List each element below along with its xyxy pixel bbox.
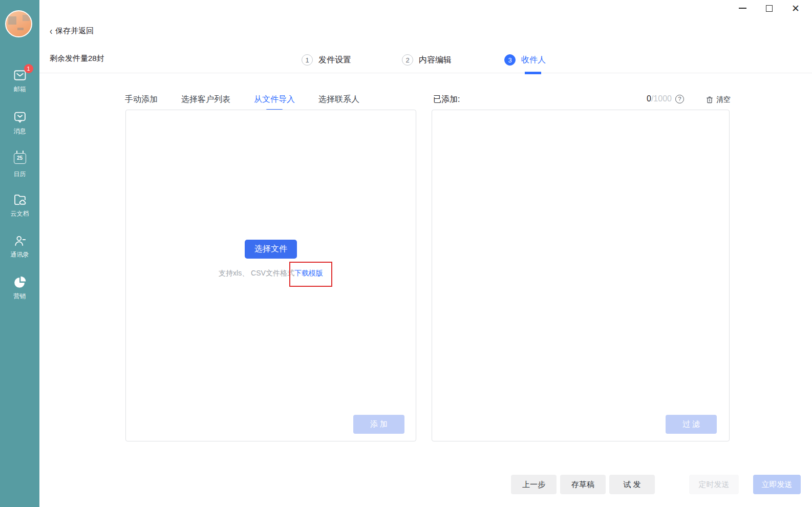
sidebar-item-label: 通讯录 xyxy=(0,250,39,259)
choose-file-button[interactable]: 选择文件 xyxy=(245,240,297,259)
tab-contacts[interactable]: 选择联系人 xyxy=(318,94,359,109)
added-count: 0/1000 ? xyxy=(647,94,684,103)
header-divider xyxy=(39,73,812,73)
maximize-button[interactable] xyxy=(756,0,782,16)
step-3-recipients[interactable]: 3 收件人 xyxy=(504,54,546,66)
chevron-left-icon: ‹ xyxy=(50,25,52,37)
add-button[interactable]: 添 加 xyxy=(353,415,404,434)
help-icon[interactable]: ? xyxy=(675,95,684,103)
sidebar-item-messages[interactable]: 消息 xyxy=(0,110,39,136)
cloud-doc-icon xyxy=(13,193,27,207)
step-number: 3 xyxy=(504,54,516,66)
download-template-link[interactable]: 下载模版 xyxy=(294,269,323,277)
file-format-hint: 支持xls、 CSV文件格式 xyxy=(219,269,294,277)
remaining-quota-text: 剩余发件量28封 xyxy=(50,54,104,64)
step-2-content-edit[interactable]: 2 内容编辑 xyxy=(402,54,452,66)
sidebar-item-marketing[interactable]: 营销 xyxy=(0,275,39,301)
tab-manual-add[interactable]: 手动添加 xyxy=(125,94,158,109)
tab-file-import[interactable]: 从文件导入 xyxy=(254,94,295,109)
send-now-button[interactable]: 立即发送 xyxy=(753,475,801,494)
pie-chart-icon xyxy=(13,275,27,289)
window-controls: ✕ xyxy=(729,0,809,16)
clear-button[interactable]: 清空 xyxy=(706,95,731,104)
calendar-icon: 25 xyxy=(13,153,27,167)
step-label: 发件设置 xyxy=(318,55,351,66)
step-label: 内容编辑 xyxy=(419,55,452,66)
previous-step-button[interactable]: 上一步 xyxy=(511,475,557,494)
close-button[interactable]: ✕ xyxy=(782,0,809,16)
clear-label: 清空 xyxy=(716,95,731,104)
added-recipients-panel xyxy=(432,110,730,441)
added-count-limit: /1000 xyxy=(651,94,672,103)
filter-button[interactable]: 过 滤 xyxy=(666,415,717,434)
close-icon: ✕ xyxy=(792,4,800,13)
sidebar-item-label: 日历 xyxy=(0,170,39,179)
unread-badge: 1 xyxy=(24,64,33,73)
mail-icon: 1 xyxy=(13,68,27,82)
added-title: 已添加: xyxy=(433,94,460,105)
step-number: 1 xyxy=(302,54,313,66)
app-window: 1 邮箱 消息 25 日历 云文档 xyxy=(0,0,812,507)
back-link[interactable]: ‹ 保存并返回 xyxy=(50,26,94,36)
chat-icon xyxy=(13,110,27,124)
tab-customer-list[interactable]: 选择客户列表 xyxy=(181,94,230,109)
recipient-tabs: 手动添加 选择客户列表 从文件导入 选择联系人 xyxy=(125,94,359,109)
trash-icon xyxy=(706,96,714,104)
back-label: 保存并返回 xyxy=(55,26,94,36)
sidebar-item-label: 邮箱 xyxy=(0,85,39,94)
calendar-day: 25 xyxy=(17,155,23,161)
contacts-icon xyxy=(13,234,27,248)
maximize-icon xyxy=(766,5,773,12)
test-send-button[interactable]: 试 发 xyxy=(609,475,655,494)
step-label: 收件人 xyxy=(521,55,546,66)
sidebar-item-calendar[interactable]: 25 日历 xyxy=(0,151,39,179)
save-draft-button[interactable]: 存草稿 xyxy=(560,475,606,494)
sidebar-item-label: 营销 xyxy=(0,292,39,301)
scheduled-send-button[interactable]: 定时发送 xyxy=(689,475,739,494)
sidebar-item-contacts[interactable]: 通讯录 xyxy=(0,234,39,259)
sidebar-item-label: 云文档 xyxy=(0,209,39,218)
sidebar: 1 邮箱 消息 25 日历 云文档 xyxy=(0,0,39,507)
minimize-icon xyxy=(739,8,746,9)
sidebar-item-mail[interactable]: 1 邮箱 xyxy=(0,68,39,94)
sidebar-item-label: 消息 xyxy=(0,127,39,136)
avatar[interactable] xyxy=(5,10,32,37)
file-format-hint-row: 支持xls、 CSV文件格式下载模版 xyxy=(125,269,416,278)
step-number: 2 xyxy=(402,54,413,66)
sidebar-item-docs[interactable]: 云文档 xyxy=(0,193,39,218)
active-step-underline xyxy=(525,72,541,74)
minimize-button[interactable] xyxy=(729,0,756,16)
added-count-value: 0 xyxy=(647,94,651,103)
step-1-send-settings[interactable]: 1 发件设置 xyxy=(302,54,351,66)
